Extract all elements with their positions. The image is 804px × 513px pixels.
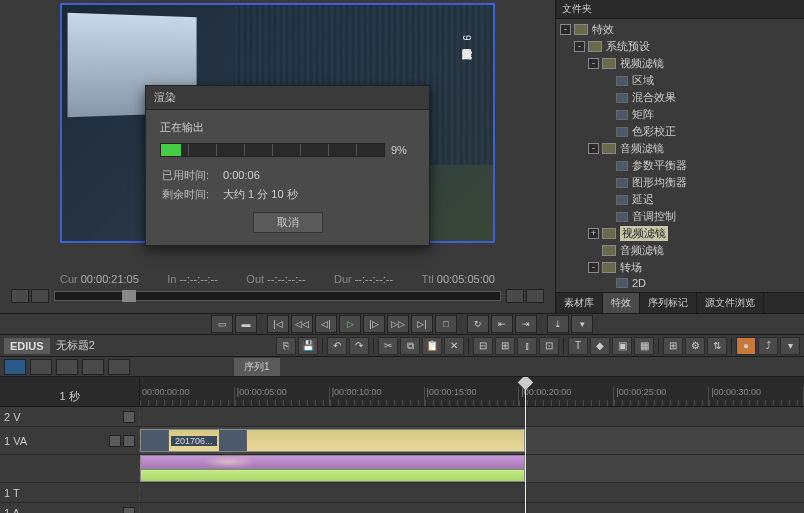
split-icon[interactable]: ⊟ [473,337,493,355]
panel-tab[interactable]: 素材库 [556,293,603,313]
track-header[interactable]: 1 A [0,503,139,513]
export2-icon[interactable]: ⤴ [758,337,778,355]
trim-icon[interactable]: ⫿ [517,337,537,355]
ruler-scale[interactable]: 1 秒 [0,387,139,407]
marker-icon[interactable]: ◆ [590,337,610,355]
tree-item[interactable]: 延迟 [556,191,804,208]
panel-tab[interactable]: 源文件浏览 [697,293,764,313]
track-header[interactable]: 2 V [0,407,139,427]
tree-item[interactable]: -特效 [556,21,804,38]
layout-icon[interactable]: ⊞ [663,337,683,355]
tree-item[interactable]: 矩阵 [556,106,804,123]
track-2v[interactable] [140,407,804,427]
cancel-button[interactable]: 取消 [253,212,323,233]
ripple-mode-button[interactable] [108,359,130,375]
audio-clip-l[interactable] [140,455,525,469]
track-1a[interactable] [140,503,804,513]
expander-icon[interactable]: + [588,228,599,239]
track-content[interactable]: 00:00:00:00|00:00:05:00|00:00:10:00|00:0… [140,377,804,513]
render-icon[interactable]: ▦ [634,337,654,355]
export-button[interactable]: ⤓ [547,315,569,333]
slider-left-icon[interactable] [11,289,29,303]
prev-edit-button[interactable]: |◁ [267,315,289,333]
next-edit-button[interactable]: ▷| [411,315,433,333]
expander-icon[interactable]: - [588,58,599,69]
expander-icon[interactable]: - [560,24,571,35]
tree-item[interactable]: 图形均衡器 [556,174,804,191]
expander-icon[interactable]: - [574,41,585,52]
effects-tree[interactable]: -特效-系统预设-视频滤镜区域混合效果矩阵色彩校正-音频滤镜参数平衡器图形均衡器… [556,19,804,292]
play-button[interactable]: ▷ [339,315,361,333]
track-toggle-icon[interactable] [123,507,135,514]
track-1va-video[interactable]: 201706... [140,427,804,455]
title-icon[interactable]: T [568,337,588,355]
open-icon[interactable]: ⎘ [276,337,296,355]
track-header[interactable] [0,455,139,483]
delete-icon[interactable]: ✕ [444,337,464,355]
toggle-icon[interactable]: ⇅ [707,337,727,355]
track-header[interactable]: 1 VA [0,427,139,455]
copy-icon[interactable]: ⧉ [400,337,420,355]
cut-icon[interactable]: ✂ [378,337,398,355]
time-ruler[interactable]: 00:00:00:00|00:00:05:00|00:00:10:00|00:0… [140,387,804,407]
playhead[interactable] [525,377,526,513]
tree-item[interactable]: 色彩校正 [556,123,804,140]
tree-item[interactable]: 音调控制 [556,208,804,225]
tree-item[interactable]: -系统预设 [556,38,804,55]
expander-icon[interactable]: - [588,143,599,154]
track-header[interactable]: 1 T [0,483,139,503]
track-toggle-icon[interactable] [123,411,135,423]
slider-right2-icon[interactable] [526,289,544,303]
save-icon[interactable]: 💾 [298,337,318,355]
redo-icon[interactable]: ↷ [349,337,369,355]
out-point-button[interactable]: ⇥ [515,315,537,333]
track-toggle-icon[interactable] [123,435,135,447]
sequence-tab[interactable]: 序列1 [234,358,280,376]
capture-icon[interactable]: ▣ [612,337,632,355]
tree-item[interactable]: 音频滤镜 [556,242,804,259]
tree-item[interactable]: -音频滤镜 [556,140,804,157]
project-title: 无标题2 [56,338,95,353]
slider-right-icon[interactable] [506,289,524,303]
group-icon[interactable]: ⊡ [539,337,559,355]
audio-clip-r[interactable] [140,469,525,482]
more-button[interactable]: ▾ [571,315,593,333]
fastfwd-button[interactable]: ▷▷ [387,315,409,333]
mode-multi-button[interactable] [56,359,78,375]
step-fwd-button[interactable]: |▷ [363,315,385,333]
rewind-button[interactable]: ◁◁ [291,315,313,333]
tree-item[interactable]: -转场 [556,259,804,276]
settings-icon[interactable]: ⚙ [685,337,705,355]
stop-button[interactable]: □ [435,315,457,333]
tree-item[interactable]: +视频滤镜 [556,225,804,242]
track-1va-audio[interactable] [140,455,804,483]
clip-thumb2-icon [219,430,247,451]
menu-icon[interactable]: ▾ [780,337,800,355]
paste-icon[interactable]: 📋 [422,337,442,355]
slider-left2-icon[interactable] [31,289,49,303]
track-toggle-icon[interactable] [109,435,121,447]
mode-normal-button[interactable] [4,359,26,375]
ripple-icon[interactable]: ⊞ [495,337,515,355]
expander-icon[interactable]: - [588,262,599,273]
step-back-button[interactable]: ◁| [315,315,337,333]
panel-tab[interactable]: 序列标记 [640,293,697,313]
undo-icon[interactable]: ↶ [327,337,347,355]
loop-button[interactable]: ↻ [467,315,489,333]
tree-item[interactable]: -视频滤镜 [556,55,804,72]
track-1t[interactable] [140,483,804,503]
mode2-button[interactable]: ▬ [235,315,257,333]
tree-item[interactable]: 2D [556,276,804,290]
video-clip[interactable]: 201706... [140,429,525,452]
snap-button[interactable] [82,359,104,375]
effect-icon [616,110,628,120]
tree-item[interactable]: 区域 [556,72,804,89]
tree-item[interactable]: 混合效果 [556,89,804,106]
in-point-button[interactable]: ⇤ [491,315,513,333]
tree-item[interactable]: 参数平衡器 [556,157,804,174]
record-icon[interactable]: ● [736,337,756,355]
mode1-button[interactable]: ▭ [211,315,233,333]
panel-tab[interactable]: 特效 [603,293,640,313]
jog-slider[interactable] [10,289,545,303]
mode-trim-button[interactable] [30,359,52,375]
